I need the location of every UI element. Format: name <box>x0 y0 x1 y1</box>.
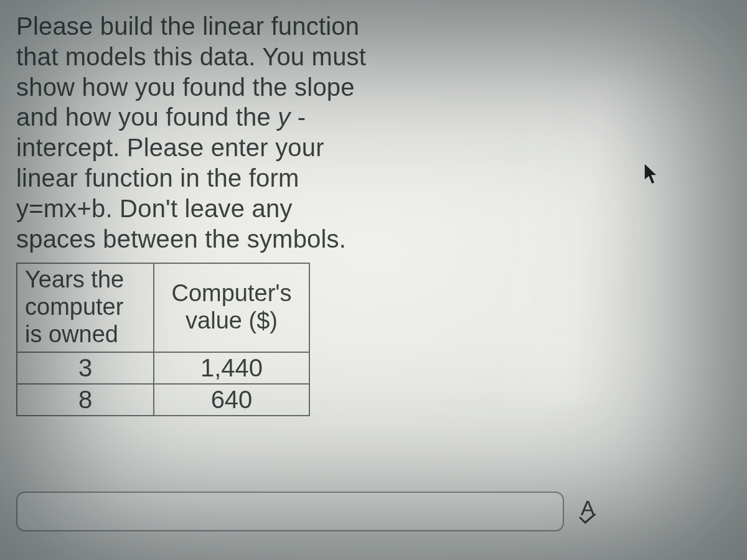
answer-input[interactable] <box>16 492 564 531</box>
cell-years: 3 <box>17 352 154 384</box>
cell-value: 640 <box>154 384 309 416</box>
question-line: Please build the linear function <box>16 12 359 40</box>
table-header-row: Years the computer is owned Computer's v… <box>17 263 309 352</box>
spellcheck-toggle[interactable]: A <box>579 499 596 525</box>
table-header-years: Years the computer is owned <box>17 263 154 352</box>
spellcheck-label: A <box>581 499 595 517</box>
question-line: and how you found the <box>16 103 278 131</box>
table-row: 3 1,440 <box>17 352 309 384</box>
mouse-cursor-icon <box>642 162 660 187</box>
question-line: show how you found the slope <box>16 73 355 101</box>
question-line: linear function in the form <box>16 164 299 192</box>
table-row: 8 640 <box>17 384 309 416</box>
data-table: Years the computer is owned Computer's v… <box>16 263 310 416</box>
question-line: y=mx+b. Don't leave any <box>16 195 293 222</box>
question-line: - <box>290 103 306 131</box>
table-header-value: Computer's value ($) <box>154 263 309 352</box>
question-line: intercept. Please enter your <box>16 134 324 161</box>
question-text: Please build the linear function that mo… <box>16 11 452 254</box>
answer-area: A <box>16 492 596 531</box>
question-line: that models this data. You must <box>16 43 366 70</box>
question-line: spaces between the symbols. <box>16 225 346 253</box>
question-block: Please build the linear function that mo… <box>16 11 452 416</box>
variable-y: y <box>278 103 290 131</box>
cell-value: 1,440 <box>154 352 309 384</box>
cell-years: 8 <box>17 384 154 416</box>
